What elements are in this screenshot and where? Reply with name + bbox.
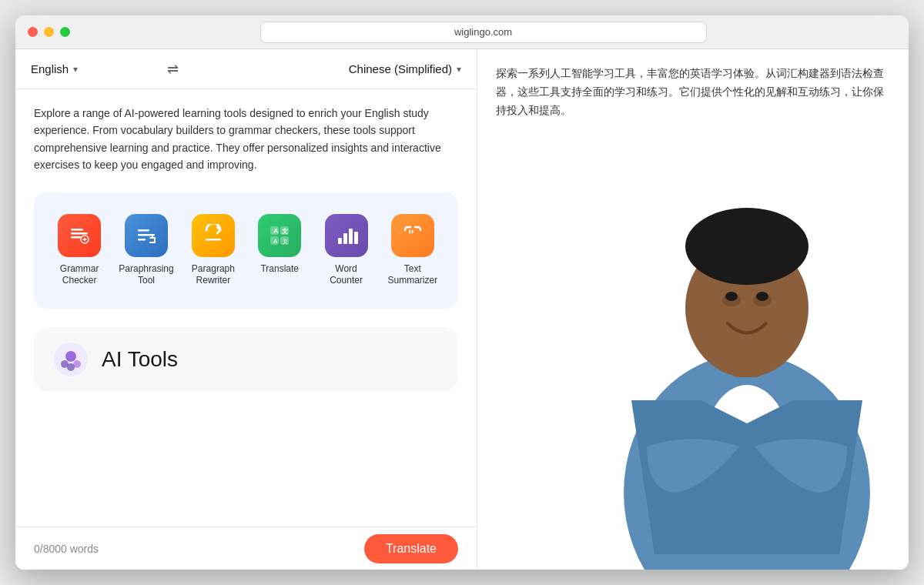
description-text: Explore a range of AI-powered learning t… [34, 105, 458, 174]
svg-rect-2 [71, 236, 82, 239]
ai-tools-icon [52, 341, 89, 378]
tools-row: GrammarChecker [49, 208, 443, 293]
paraphrasing-svg [135, 224, 158, 247]
svg-rect-19 [338, 238, 342, 244]
main-content: English ▾ ⇌ Chinese (Simplified) ▾ Explo… [15, 49, 909, 570]
svg-text:A: A [273, 238, 278, 245]
text-summarizer-label: TextSummarizer [388, 263, 438, 287]
translate-label: Translate [260, 263, 299, 276]
tool-word-counter[interactable]: WordCounter [316, 208, 376, 293]
tool-paragraph-rewriter[interactable]: ParagraphRewriter [183, 208, 243, 293]
close-button[interactable] [28, 27, 38, 37]
svg-point-25 [65, 351, 76, 362]
paraphrasing-label: ParaphrasingTool [119, 263, 173, 287]
svg-text:文: 文 [283, 239, 288, 244]
paraphrasing-icon [125, 214, 168, 257]
language-left-label: English [31, 62, 69, 75]
language-bar-left: English ▾ ⇌ Chinese (Simplified) ▾ [15, 49, 477, 89]
svg-rect-21 [349, 229, 353, 244]
ai-icon-svg [52, 341, 89, 378]
chevron-down-right-icon: ▾ [457, 64, 461, 75]
left-panel: English ▾ ⇌ Chinese (Simplified) ▾ Explo… [15, 49, 477, 570]
svg-point-37 [756, 292, 768, 301]
tool-text-summarizer[interactable]: " TextSummarizer [383, 208, 443, 293]
word-counter-icon [325, 214, 368, 257]
svg-point-36 [725, 292, 738, 301]
svg-rect-6 [138, 229, 149, 232]
svg-rect-0 [71, 229, 83, 231]
svg-text:文: 文 [282, 227, 288, 235]
paragraph-icon [192, 214, 235, 257]
svg-point-33 [685, 208, 808, 285]
text-summarizer-svg: " [401, 224, 424, 247]
minimize-button[interactable] [44, 27, 54, 37]
right-panel: 探索一系列人工智能学习工具，丰富您的英语学习体验。从词汇构建器到语法检查器，这些… [477, 49, 909, 570]
language-right-label: Chinese (Simplified) [349, 62, 452, 75]
tool-paraphrasing[interactable]: ParaphrasingTool [116, 208, 176, 293]
swap-icon[interactable]: ⇌ [167, 61, 179, 78]
ai-tools-card[interactable]: AI Tools [34, 327, 458, 392]
svg-text:A: A [273, 227, 279, 235]
svg-rect-10 [206, 239, 221, 241]
grammar-label: GrammarChecker [60, 263, 99, 287]
maximize-button[interactable] [60, 27, 70, 37]
svg-text:": " [408, 229, 414, 242]
bottom-bar: 0/8000 words Translate [15, 526, 477, 570]
person-overlay [554, 92, 909, 570]
word-counter-svg [335, 224, 358, 247]
svg-rect-22 [354, 232, 358, 244]
grammar-icon [58, 214, 101, 257]
language-selector-left[interactable]: English ▾ [31, 62, 78, 75]
text-section: Explore a range of AI-powered learning t… [15, 89, 477, 526]
svg-rect-1 [71, 232, 88, 235]
traffic-lights [28, 27, 70, 37]
tool-translate[interactable]: A 文 A 文 Translate [249, 208, 310, 282]
url-text: wiglingo.com [454, 26, 512, 38]
tools-grid: GrammarChecker [34, 192, 458, 309]
chevron-down-icon: ▾ [73, 64, 78, 75]
tool-grammar-checker[interactable]: GrammarChecker [49, 208, 109, 293]
word-count-label: 0/8000 words [34, 543, 99, 555]
svg-rect-8 [138, 239, 146, 241]
person-svg [554, 92, 909, 570]
translate-button[interactable]: Translate [364, 534, 458, 563]
svg-rect-20 [343, 233, 347, 244]
grammar-svg [68, 224, 91, 247]
paragraph-svg [202, 224, 225, 247]
translate-svg: A 文 A 文 [268, 224, 291, 247]
text-summarizer-icon: " [391, 214, 434, 257]
url-bar[interactable]: wiglingo.com [260, 22, 707, 43]
word-counter-label: WordCounter [330, 263, 363, 287]
title-bar: wiglingo.com [15, 15, 909, 49]
ai-tools-label: AI Tools [102, 347, 178, 372]
translate-icon: A 文 A 文 [258, 214, 301, 257]
language-selector-right[interactable]: Chinese (Simplified) ▾ [349, 62, 461, 75]
paragraph-label: ParagraphRewriter [192, 263, 235, 287]
svg-point-28 [67, 363, 75, 371]
